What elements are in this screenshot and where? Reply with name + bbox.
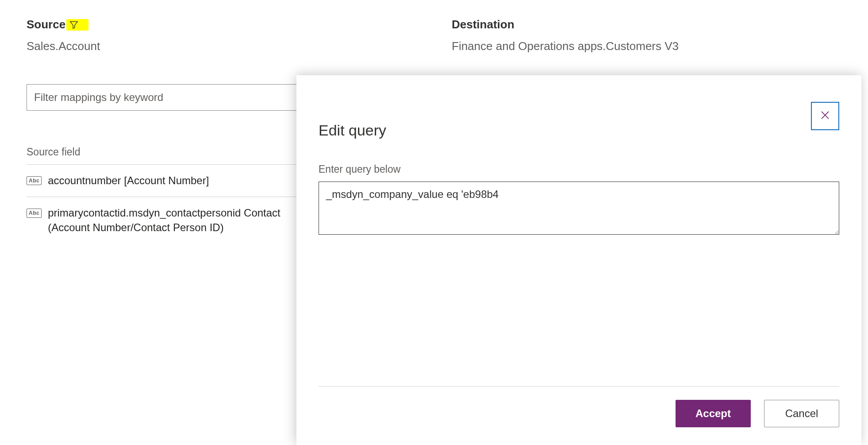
table-row[interactable]: Abc primarycontactid.msdyn_contactperson… [27, 197, 301, 244]
source-heading-row: Source [27, 18, 416, 31]
close-icon [819, 109, 831, 123]
edit-query-dialog: Edit query Enter query below Accept Canc… [296, 75, 861, 445]
filter-mappings-input[interactable] [27, 84, 301, 111]
destination-entity: Finance and Operations apps.Customers V3 [452, 39, 841, 53]
dialog-close-button[interactable] [811, 102, 839, 130]
filter-icon [69, 20, 79, 30]
source-entity: Sales.Account [27, 39, 416, 53]
page-root: Source Sales.Account Source field Abc ac… [0, 0, 868, 445]
abc-type-badge: Abc [27, 209, 42, 217]
query-textarea[interactable] [319, 182, 839, 235]
destination-heading: Destination [452, 18, 515, 31]
cancel-button[interactable]: Cancel [764, 400, 839, 427]
table-row[interactable]: Abc accountnumber [Account Number] [27, 164, 301, 197]
query-label: Enter query below [319, 163, 839, 175]
destination-heading-row: Destination [452, 18, 841, 31]
source-field-value: primarycontactid.msdyn_contactpersonid C… [48, 206, 301, 235]
dialog-title: Edit query [319, 122, 839, 139]
dialog-footer: Accept Cancel [319, 386, 839, 427]
source-field-value: accountnumber [Account Number] [48, 174, 209, 188]
accept-button[interactable]: Accept [676, 400, 751, 427]
abc-type-badge: Abc [27, 176, 42, 185]
source-field-column-header: Source field [27, 146, 301, 164]
source-heading: Source [27, 18, 65, 31]
source-filter-button[interactable] [66, 19, 88, 31]
